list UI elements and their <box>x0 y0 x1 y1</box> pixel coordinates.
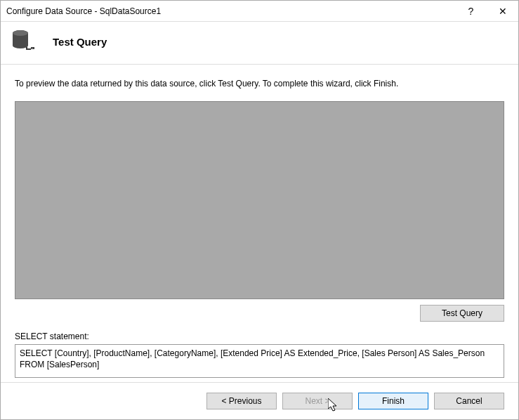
instruction-text: To preview the data returned by this dat… <box>15 79 504 88</box>
test-query-button[interactable]: Test Query <box>420 305 504 322</box>
test-query-row: Test Query <box>15 299 504 329</box>
finish-button[interactable]: Finish <box>358 393 428 409</box>
wizard-step-title: Test Query <box>53 36 107 48</box>
data-preview-panel <box>15 101 504 299</box>
close-button[interactable]: ✕ <box>487 1 518 22</box>
database-icon <box>11 29 36 54</box>
wizard-content: To preview the data returned by this dat… <box>1 65 518 382</box>
wizard-header: Test Query <box>1 22 518 65</box>
next-button: Next > <box>282 393 353 409</box>
titlebar: Configure Data Source - SqlDataSource1 ?… <box>1 1 518 22</box>
select-statement-label: SELECT statement: <box>15 332 504 341</box>
select-statement-textbox[interactable] <box>15 344 504 378</box>
cancel-button[interactable]: Cancel <box>434 393 504 409</box>
help-button[interactable]: ? <box>455 1 487 22</box>
previous-button[interactable]: < Previous <box>206 393 277 409</box>
window-title: Configure Data Source - SqlDataSource1 <box>6 6 455 16</box>
svg-point-1 <box>13 30 28 36</box>
wizard-footer: < Previous Next > Finish Cancel <box>1 382 518 419</box>
